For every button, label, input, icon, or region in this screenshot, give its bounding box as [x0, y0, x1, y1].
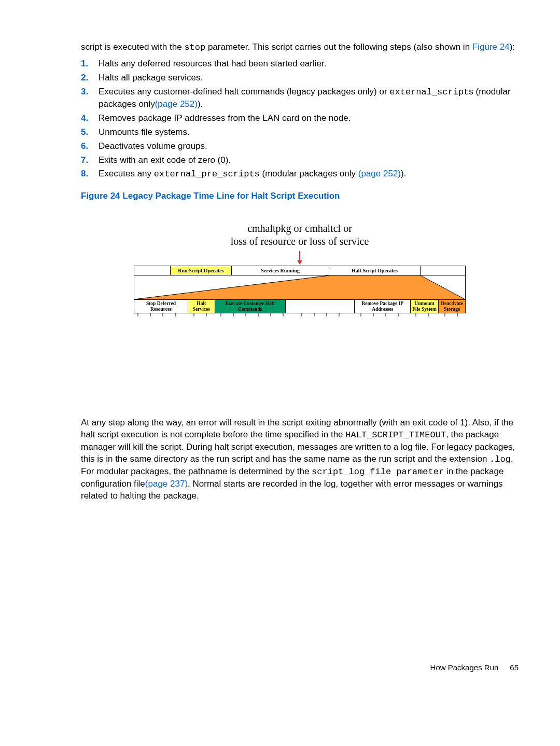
- footer-section: How Packages Run: [430, 663, 499, 672]
- page-link[interactable]: (page 252): [155, 99, 198, 109]
- page-link[interactable]: (page 252): [358, 169, 401, 178]
- figure-24: cmhaltpkg or cmhaltcl or loss of resourc…: [81, 222, 519, 319]
- intro-text-b: parameter. This script carries out the f…: [205, 42, 472, 52]
- step-text: Halts all package services.: [99, 72, 519, 84]
- step-text: Executes any customer-defined halt comma…: [99, 86, 519, 110]
- footer-page-number: 65: [510, 663, 519, 672]
- services-running-cell: Services Running: [232, 266, 329, 275]
- figure-title: Figure 24 Legacy Package Time Line for H…: [81, 191, 519, 201]
- intro-code-stop: stop: [184, 43, 205, 52]
- step-num: 5.: [81, 127, 99, 139]
- spacer: [134, 266, 171, 275]
- timeline-row-bottom: Stop Deferred Resources Halt Services Ex…: [134, 299, 466, 313]
- closing-paragraph: At any step along the way, an error will…: [81, 417, 519, 502]
- figure-link[interactable]: Figure 24: [472, 42, 510, 52]
- step-text: Deactivates volume groups.: [99, 141, 519, 153]
- step-text: Halts any deferred resources that had be…: [99, 58, 519, 70]
- step-text: Exits with an exit code of zero (0).: [99, 155, 519, 167]
- stop-deferred-cell: Stop Deferred Resources: [134, 300, 188, 313]
- arrow-down-icon: [134, 251, 466, 265]
- step-4: 4.Removes package IP addresses from the …: [81, 113, 519, 125]
- step-6: 6.Deactivates volume groups.: [81, 141, 519, 153]
- step-text: Executes any external_pre_scripts (modul…: [99, 168, 519, 181]
- run-script-cell: Run Script Operates: [171, 266, 232, 275]
- steps-list: 1.Halts any deferred resources that had …: [81, 58, 519, 181]
- unmount-fs-cell: Unmount File System: [411, 300, 439, 313]
- code-script-log-file: script_log_file parameter: [312, 467, 444, 477]
- step-2: 2.Halts all package services.: [81, 72, 519, 84]
- halt-services-cell: Halt Services: [188, 300, 215, 313]
- step-num: 6.: [81, 141, 99, 153]
- intro-paragraph: script is executed with the stop paramet…: [81, 42, 519, 54]
- step-5: 5.Unmounts file systems.: [81, 127, 519, 139]
- page-link[interactable]: (page 237): [145, 479, 188, 489]
- deactivate-storage-cell: Deactivate Storage: [439, 300, 466, 313]
- timeline-ticks: [134, 313, 466, 319]
- timeline-expansion: [134, 275, 466, 299]
- step-7: 7.Exits with an exit code of zero (0).: [81, 155, 519, 167]
- spacer: [286, 300, 355, 313]
- figure-caption: cmhaltpkg or cmhaltcl or loss of resourc…: [134, 222, 466, 248]
- step-num: 4.: [81, 113, 99, 125]
- step-num: 7.: [81, 155, 99, 167]
- step-8: 8.Executes any external_pre_scripts (mod…: [81, 168, 519, 181]
- step-num: 8.: [81, 168, 99, 180]
- halt-script-cell: Halt Script Operates: [329, 266, 421, 275]
- step-num: 3.: [81, 86, 99, 98]
- intro-text-a: script is executed with the: [81, 42, 184, 52]
- step-text: Removes package IP addresses from the LA…: [99, 113, 519, 125]
- step-num: 2.: [81, 72, 99, 84]
- page-footer: How Packages Run65: [81, 663, 519, 672]
- code-log-ext: .log: [489, 454, 511, 464]
- execute-halt-cmds-cell: Execute Customer Halt Commands: [215, 300, 286, 313]
- spacer: [421, 266, 465, 275]
- code-halt-timeout: HALT_SCRIPT_TIMEOUT: [345, 430, 446, 440]
- remove-ip-cell: Remove Package IP Addresses: [355, 300, 411, 313]
- timeline-row-top: Run Script Operates Services Running Hal…: [134, 266, 466, 275]
- step-num: 1.: [81, 58, 99, 70]
- step-3: 3.Executes any customer-defined halt com…: [81, 86, 519, 110]
- step-1: 1.Halts any deferred resources that had …: [81, 58, 519, 70]
- step-text: Unmounts file systems.: [99, 127, 519, 139]
- intro-text-c: ):: [510, 42, 515, 52]
